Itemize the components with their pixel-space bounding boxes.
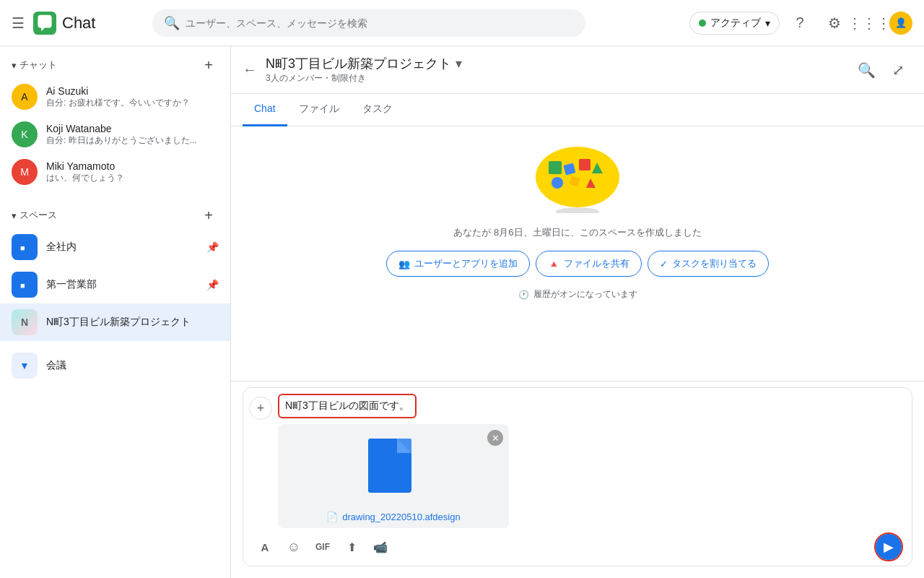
- compose-top: + N町3丁目ビルの図面です。 ✕: [243, 388, 912, 528]
- spaces-section-title: ▾ スペース: [12, 209, 57, 222]
- avatar-koji-watanabe: K: [12, 121, 38, 147]
- remove-file-button[interactable]: ✕: [487, 430, 503, 446]
- space-item-daiichi[interactable]: ■ 第一営業部 📌: [0, 266, 230, 303]
- compose-box: + N町3丁目ビルの図面です。 ✕: [243, 387, 912, 566]
- share-file-button[interactable]: 🔺 ファイルを共有: [536, 251, 642, 277]
- svg-point-10: [552, 177, 563, 189]
- content-header: ← N町3丁目ビル新築プロジェクト ▾ 3人のメンバー・制限付き 🔍 ⤢: [231, 46, 924, 94]
- content-area: ← N町3丁目ビル新築プロジェクト ▾ 3人のメンバー・制限付き 🔍 ⤢ Cha…: [231, 46, 924, 578]
- svg-rect-16: [368, 439, 397, 493]
- space-item-zenshanai[interactable]: ■ 全社内 📌: [0, 228, 230, 266]
- chat-body: あなたが 8月6日、土曜日に、このスペースを作成しました 👥 ユーザーとアプリを…: [231, 126, 924, 381]
- history-icon: 🕐: [518, 290, 529, 300]
- chat-info-ai-suzuki: Ai Suzuki 自分: お疲れ様です。今いいですか？: [46, 85, 219, 109]
- chat-preview: はい、何でしょう？: [46, 172, 219, 184]
- message-text[interactable]: N町3丁目ビルの図面です。: [278, 394, 417, 418]
- avatar[interactable]: 👤: [889, 12, 912, 35]
- search-input[interactable]: [186, 17, 574, 29]
- space-name: 第一営業部: [46, 278, 198, 291]
- apps-button[interactable]: ⋮⋮⋮: [855, 9, 884, 38]
- app-logo: Chat: [33, 12, 95, 35]
- chats-section-title: ▾ チャット: [12, 59, 57, 72]
- chat-preview: 自分: お疲れ様です。今いいですか？: [46, 97, 219, 109]
- svg-point-13: [556, 207, 599, 213]
- share-file-icon: 🔺: [548, 259, 559, 269]
- compose-area: + N町3丁目ビルの図面です。 ✕: [231, 381, 924, 578]
- avatar-ai-suzuki: A: [12, 84, 38, 110]
- topbar-right: アクティブ ▾ ? ⚙ ⋮⋮⋮ 👤: [689, 9, 912, 38]
- tab-tasks[interactable]: タスク: [351, 94, 404, 126]
- space-title: N町3丁目ビル新築プロジェクト ▾: [266, 55, 843, 72]
- upload-button[interactable]: ⬆: [339, 534, 365, 560]
- action-buttons: 👥 ユーザーとアプリを追加 🔺 ファイルを共有 ✓ タスクを割り当てる: [386, 251, 769, 277]
- add-content-button[interactable]: +: [249, 397, 272, 420]
- help-button[interactable]: ?: [785, 9, 814, 38]
- chevron-down-icon: ▾: [12, 60, 17, 71]
- add-users-icon: 👥: [398, 259, 410, 269]
- chats-section-header[interactable]: ▾ チャット +: [0, 46, 230, 78]
- title-dropdown-icon[interactable]: ▾: [456, 56, 462, 72]
- send-button-wrapper: ▶: [874, 532, 903, 561]
- add-chat-button[interactable]: +: [199, 55, 219, 75]
- spaces-section: ▾ スペース + ■ 全社内 📌 ■ 第一営業部 📌 N: [0, 197, 230, 341]
- send-button[interactable]: ▶: [876, 534, 902, 560]
- status-button[interactable]: アクティブ ▾: [689, 12, 780, 35]
- file-preview-card: ✕ 📄: [278, 424, 509, 528]
- gif-button[interactable]: GIF: [310, 534, 336, 560]
- svg-marker-17: [397, 439, 411, 453]
- pin-icon: 📌: [206, 279, 219, 290]
- video-button[interactable]: 📹: [367, 534, 393, 560]
- tabs: Chat ファイル タスク: [231, 94, 924, 126]
- menu-icon[interactable]: ☰: [12, 14, 25, 32]
- search-area: 🔍: [152, 9, 585, 37]
- search-in-space-button[interactable]: 🔍: [852, 56, 881, 85]
- tab-chat[interactable]: Chat: [243, 94, 287, 126]
- add-space-button[interactable]: +: [199, 205, 219, 225]
- back-button[interactable]: ←: [243, 61, 257, 78]
- main-layout: ▾ チャット + A Ai Suzuki 自分: お疲れ様です。今いいですか？ …: [0, 46, 924, 578]
- svg-rect-6: [549, 161, 562, 174]
- status-arrow: ▾: [765, 17, 770, 29]
- expand-button[interactable]: ⤢: [884, 56, 912, 85]
- chat-item-ai-suzuki[interactable]: A Ai Suzuki 自分: お疲れ様です。今いいですか？: [0, 78, 230, 116]
- file-name-row: 📄 drawing_20220510.afdesign: [326, 512, 460, 522]
- assign-task-icon: ✓: [660, 259, 668, 269]
- chat-name: Ai Suzuki: [46, 85, 219, 97]
- compose-main: N町3丁目ビルの図面です。 ✕: [278, 394, 906, 528]
- chat-item-koji-watanabe[interactable]: K Koji Watanabe 自分: 昨日はありがとうございました...: [0, 116, 230, 153]
- meetings-item[interactable]: ▼ 会議: [12, 347, 219, 384]
- emoji-button[interactable]: ☺: [281, 534, 307, 560]
- chat-name: Miki Yamamoto: [46, 160, 219, 172]
- space-illustration: あなたが 8月6日、土曜日に、このスペースを作成しました: [453, 141, 701, 239]
- history-notice: 🕐 履歴がオンになっています: [518, 288, 637, 301]
- meetings-label: 会議: [46, 359, 66, 372]
- settings-button[interactable]: ⚙: [820, 9, 849, 38]
- space-name: N町3丁目ビル新築プロジェクト: [46, 316, 219, 329]
- assign-task-button[interactable]: ✓ タスクを割り当てる: [648, 251, 769, 277]
- file-icon-small: 📄: [326, 512, 338, 522]
- pin-icon: 📌: [206, 241, 219, 253]
- add-users-button[interactable]: 👥 ユーザーとアプリを追加: [386, 251, 530, 277]
- svg-rect-8: [579, 159, 590, 171]
- chat-item-miki-yamamoto[interactable]: M Miki Yamamoto はい、何でしょう？: [0, 153, 230, 191]
- chat-info-miki-yamamoto: Miki Yamamoto はい、何でしょう？: [46, 160, 219, 184]
- compose-toolbar: A ☺ GIF ⬆ 📹 ▶: [243, 528, 912, 566]
- avatar-miki-yamamoto: M: [12, 159, 38, 185]
- svg-text:■: ■: [20, 243, 25, 252]
- space-item-n-building[interactable]: N N町3丁目ビル新築プロジェクト: [0, 303, 230, 341]
- space-illustration-svg: [534, 141, 621, 213]
- format-text-button[interactable]: A: [252, 534, 278, 560]
- toolbar-left: A ☺ GIF ⬆ 📹: [252, 534, 393, 560]
- header-actions: 🔍 ⤢: [852, 56, 912, 85]
- space-icon-zenshanai: ■: [12, 234, 38, 260]
- tab-files[interactable]: ファイル: [287, 94, 351, 126]
- chat-name: Koji Watanabe: [46, 123, 219, 134]
- chat-info-koji-watanabe: Koji Watanabe 自分: 昨日はありがとうございました...: [46, 123, 219, 147]
- sidebar: ▾ チャット + A Ai Suzuki 自分: お疲れ様です。今いいですか？ …: [0, 46, 231, 578]
- chat-logo-icon: [33, 12, 56, 35]
- svg-text:■: ■: [20, 281, 25, 290]
- search-box: 🔍: [152, 9, 585, 37]
- spaces-section-header[interactable]: ▾ スペース +: [0, 197, 230, 228]
- file-name: drawing_20220510.afdesign: [342, 512, 460, 522]
- space-icon-daiichi: ■: [12, 272, 38, 298]
